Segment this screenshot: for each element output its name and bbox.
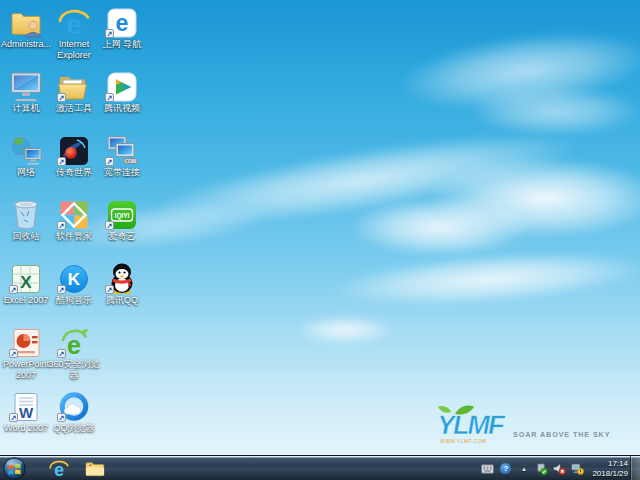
desktop-icon-iqiyi[interactable]: iQIYI ↗ 爱奇艺 [97,198,147,242]
powerpoint-icon: ↗ [9,326,43,358]
desktop-icon-label: 软件管家 [47,231,101,242]
taskbar: e ? ▴ [0,455,640,480]
desktop-icon-tencent-video[interactable]: ↗ 腾讯视频 [97,70,147,114]
desktop-icon-label: Word 2007 [0,423,53,434]
desktop-icon-label: 酷狗音乐 [47,295,101,306]
input-method-icon[interactable] [481,462,494,476]
word-icon: W ↗ [9,390,43,422]
svg-text:e: e [67,331,81,358]
legend-world-game-icon: ↗ [57,134,91,166]
desktop-icon-label: 网络 [0,167,53,178]
cloud [470,86,640,136]
desktop-icon-kugou[interactable]: K ↗ 酷狗音乐 [49,262,99,306]
360-browser-icon: e ↗ [57,326,91,358]
help-tray-icon[interactable]: ? [499,462,512,476]
desktop-icon-label: PowerPoint 2007 [0,359,53,381]
system-tray: ? ▴ [481,456,628,480]
desktop-icon-label: 计算机 [0,103,53,114]
desktop-icon-legend-world[interactable]: ↗ 传奇世界 [49,134,99,178]
windows-orb-icon [3,457,26,480]
desktop-icon-label: 回收站 [0,231,53,242]
show-desktop-button[interactable] [630,456,640,480]
volume-muted-tray-icon[interactable] [553,462,566,476]
desktop-icon-label: 宽带连接 [95,167,149,178]
administrator-folder-icon [9,6,43,38]
shortcut-arrow-icon: ↗ [105,221,114,230]
network-warning-tray-icon[interactable] [571,462,584,476]
desktop-icon-label: 360安全浏览器 [47,359,101,381]
shortcut-arrow-icon: ↗ [9,349,18,358]
security-ok-tray-icon[interactable] [535,462,548,476]
desktop-icon-label: Internet Explorer [47,39,101,61]
desktop-icon-qq[interactable]: ↗ 腾讯QQ [97,262,147,306]
logo-wordmark: YLMF [435,409,507,440]
ylmf-logo: YLMF SOAR ABOVE THE SKY WWW.YLMF.COM [425,404,615,446]
desktop-icon-360-browser[interactable]: e ↗ 360安全浏览器 [49,326,99,381]
svg-text:K: K [68,270,81,289]
logo-url: WWW.YLMF.COM [440,439,487,444]
start-button[interactable] [3,457,26,480]
qq-penguin-icon: ↗ [105,262,139,294]
desktop-icon-internet-explorer[interactable]: e Internet Explorer [49,6,99,61]
shortcut-arrow-icon: ↗ [9,285,18,294]
desktop-icon-administrator[interactable]: Administra... [1,6,51,50]
desktop-icon-broadband[interactable]: ↗ 宽带连接 [97,134,147,178]
svg-text:W: W [19,404,34,421]
desktop-icon-label: 激活工具 [47,103,101,114]
qq-browser-icon: ↗ [57,390,91,422]
cloud [334,244,640,314]
desktop-icon-qq-browser[interactable]: ↗ QQ浏览器 [49,390,99,434]
activation-tools-folder-icon: ↗ [57,70,91,102]
desktop-icon-powerpoint[interactable]: ↗ PowerPoint 2007 [1,326,51,381]
cloud [295,316,395,344]
software-manager-icon: ↗ [57,198,91,230]
desktop-icon-label: 上网 导航 [95,39,149,50]
desktop-icon-excel[interactable]: X ↗ Excel 2007 [1,262,51,306]
web-navigation-icon: e ↗ [105,6,139,38]
iqiyi-icon: iQIYI ↗ [105,198,139,230]
taskbar-windows-explorer-button[interactable] [78,456,112,480]
excel-icon: X ↗ [9,262,43,294]
kugou-music-icon: K ↗ [57,262,91,294]
desktop-icon-word[interactable]: W ↗ Word 2007 [1,390,51,434]
svg-text:iQIYI: iQIYI [115,212,130,220]
tencent-video-icon: ↗ [105,70,139,102]
desktop-icon-label: 爱奇艺 [95,231,149,242]
folder-icon [85,461,105,477]
desktop-icon-computer[interactable]: 计算机 [1,70,51,114]
cloud [350,198,530,256]
shortcut-arrow-icon: ↗ [105,157,114,166]
desktop-icon-label: Administra... [0,39,53,50]
shortcut-arrow-icon: ↗ [105,29,114,38]
desktop-icon-recycle-bin[interactable]: 回收站 [1,198,51,242]
shortcut-arrow-icon: ↗ [57,285,66,294]
svg-text:e: e [116,10,129,36]
shortcut-arrow-icon: ↗ [57,157,66,166]
shortcut-arrow-icon: ↗ [57,221,66,230]
desktop-icon-software-manager[interactable]: ↗ 软件管家 [49,198,99,242]
desktop-icon-label: 传奇世界 [47,167,101,178]
clock-date: 2018/1/29 [592,469,628,479]
computer-icon [9,70,43,102]
svg-text:X: X [20,273,32,292]
internet-explorer-icon: e [49,459,69,479]
show-hidden-icons-button[interactable]: ▴ [517,462,530,476]
shortcut-arrow-icon: ↗ [105,93,114,102]
shortcut-arrow-icon: ↗ [9,413,18,422]
recycle-bin-icon [9,198,43,230]
shortcut-arrow-icon: ↗ [57,93,66,102]
desktop-icon-activation-tools[interactable]: ↗ 激活工具 [49,70,99,114]
desktop-icon-web-navigation[interactable]: e ↗ 上网 导航 [97,6,147,50]
taskbar-clock[interactable]: 17:14 2018/1/29 [592,459,628,478]
shortcut-arrow-icon: ↗ [57,413,66,422]
broadband-connection-icon: ↗ [105,134,139,166]
desktop-icon-label: 腾讯视频 [95,103,149,114]
desktop-icon-label: Excel 2007 [0,295,53,306]
desktop-icon-label: QQ浏览器 [47,423,101,434]
desktop-icon-network[interactable]: 网络 [1,134,51,178]
taskbar-internet-explorer-button[interactable]: e [42,456,76,480]
clock-time: 17:14 [592,459,628,469]
internet-explorer-icon: e [57,6,91,38]
shortcut-arrow-icon: ↗ [57,349,66,358]
desktop-icon-label: 腾讯QQ [95,295,149,306]
